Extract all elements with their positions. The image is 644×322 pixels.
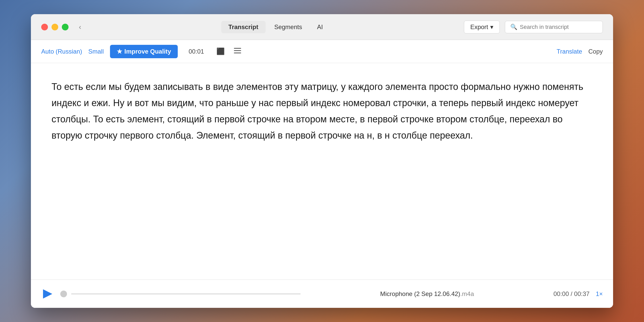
progress-track[interactable] xyxy=(71,293,301,294)
chevron-down-icon: ▾ xyxy=(490,23,493,31)
svg-rect-0 xyxy=(234,48,241,49)
svg-rect-2 xyxy=(234,53,241,53)
tab-ai[interactable]: AI xyxy=(311,21,329,33)
current-time: 00:00 xyxy=(554,290,569,297)
close-button[interactable] xyxy=(41,24,48,30)
maximize-button[interactable] xyxy=(62,24,69,30)
transcript-text: То есть если мы будем записывать в виде … xyxy=(52,79,592,143)
nav-tabs: Transcript Segments AI xyxy=(91,21,459,33)
play-button[interactable] xyxy=(41,287,54,300)
progress-container xyxy=(60,291,301,297)
improve-quality-label: Improve Quality xyxy=(124,48,171,55)
search-icon: 🔍 xyxy=(510,24,517,30)
copy-button[interactable]: Copy xyxy=(588,48,603,55)
list-icon xyxy=(234,47,241,55)
language-button[interactable]: Auto (Russian) xyxy=(41,48,82,55)
improve-quality-button[interactable]: ★ Improve Quality xyxy=(110,45,178,58)
time-display: 00:00 / 00:37 xyxy=(554,290,590,298)
list-view-button[interactable] xyxy=(232,46,243,57)
search-box: 🔍 xyxy=(505,21,603,33)
time-separator: / xyxy=(571,290,574,297)
traffic-lights xyxy=(41,24,69,30)
toolbar: Auto (Russian) Small ★ Improve Quality 0… xyxy=(31,40,613,63)
download-icon: ⬛ xyxy=(216,47,225,55)
minimize-button[interactable] xyxy=(52,24,58,30)
speed-button[interactable]: 1× xyxy=(596,290,603,298)
export-label: Export xyxy=(470,23,488,31)
file-name-text: Microphone (2 Sep 12.06.42) xyxy=(380,290,460,297)
translate-button[interactable]: Translate xyxy=(557,48,582,55)
progress-knob[interactable] xyxy=(60,291,67,297)
play-icon xyxy=(43,289,52,299)
search-input[interactable] xyxy=(520,24,597,30)
back-button[interactable]: ‹ xyxy=(76,22,84,32)
content-area: То есть если мы будем записывать в виде … xyxy=(31,63,613,279)
svg-rect-1 xyxy=(234,50,241,51)
title-bar: ‹ Transcript Segments AI Export ▾ 🔍 xyxy=(31,14,613,40)
file-extension: .m4a xyxy=(460,290,474,297)
time-badge: 00:01 xyxy=(184,46,209,57)
total-time: 00:37 xyxy=(574,290,590,297)
export-button[interactable]: Export ▾ xyxy=(464,21,500,33)
app-window: ‹ Transcript Segments AI Export ▾ 🔍 Auto… xyxy=(31,14,613,308)
tab-segments[interactable]: Segments xyxy=(267,21,309,33)
player-bar: Microphone (2 Sep 12.06.42).m4a 00:00 / … xyxy=(31,279,613,308)
file-name: Microphone (2 Sep 12.06.42).m4a xyxy=(307,290,547,298)
size-button[interactable]: Small xyxy=(88,48,104,55)
download-button[interactable]: ⬛ xyxy=(215,46,226,57)
star-icon: ★ xyxy=(117,48,122,55)
tab-transcript[interactable]: Transcript xyxy=(221,21,266,33)
